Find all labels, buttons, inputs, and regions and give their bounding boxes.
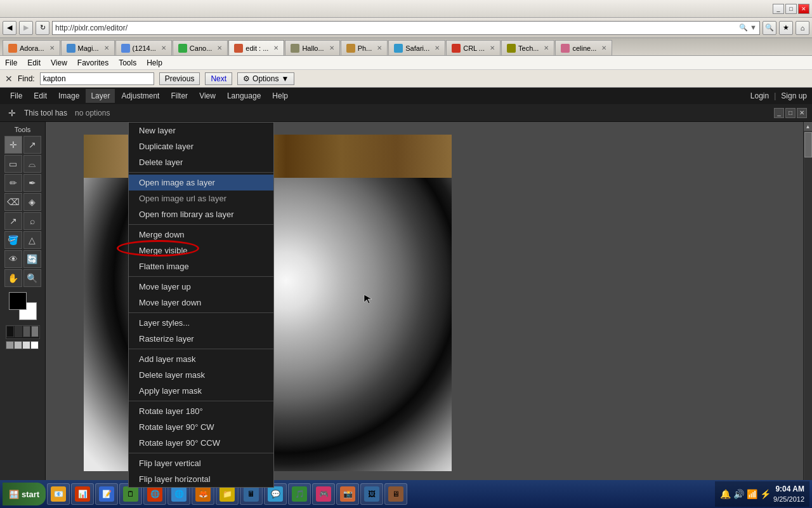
- taskbar-item-ps[interactable]: 🖼: [360, 483, 383, 505]
- zoom-tool[interactable]: 🔍: [23, 269, 41, 287]
- menu-layer-styles[interactable]: Layer styles...: [129, 315, 273, 331]
- forward-btn[interactable]: ▶: [19, 21, 33, 35]
- eraser-tool[interactable]: ⌫: [4, 193, 22, 211]
- menu-move-layer-down[interactable]: Move layer down: [129, 295, 273, 311]
- scroll-track[interactable]: [804, 132, 812, 498]
- menu-flip-vertical[interactable]: Flip layer vertical: [129, 455, 273, 471]
- menu-help[interactable]: Help: [267, 89, 293, 103]
- crop-tool[interactable]: ↗: [23, 136, 41, 154]
- menu-duplicate-layer[interactable]: Duplicate layer: [129, 138, 273, 154]
- tab-close-icon[interactable]: ✕: [490, 44, 495, 51]
- tab-crl[interactable]: CRL ... ✕: [446, 40, 501, 55]
- home-btn[interactable]: ⌂: [796, 21, 809, 35]
- preset-8[interactable]: [30, 341, 39, 349]
- taskbar-item-game[interactable]: 🎮: [312, 483, 335, 505]
- preset-3[interactable]: [23, 326, 30, 337]
- menu-rasterize-layer[interactable]: Rasterize layer: [129, 331, 273, 347]
- pencil-tool[interactable]: ✏: [4, 174, 22, 192]
- fill-tool[interactable]: 🪣: [4, 231, 22, 249]
- preset-6[interactable]: [14, 341, 22, 349]
- tab-close-icon[interactable]: ✕: [544, 44, 549, 51]
- gradient-tool[interactable]: △: [23, 231, 41, 249]
- scroll-up-btn[interactable]: ▲: [804, 122, 813, 131]
- next-btn[interactable]: Next: [205, 72, 232, 85]
- taskbar-item-media[interactable]: 🎵: [288, 483, 311, 505]
- menu-flatten-image[interactable]: Flatten image: [129, 258, 273, 274]
- close-find-btn[interactable]: ✕: [5, 74, 13, 84]
- color-swatch[interactable]: [6, 292, 39, 320]
- tab-magi[interactable]: Magi... ✕: [61, 40, 115, 55]
- tab-close-icon[interactable]: ✕: [329, 44, 334, 51]
- ie-menu-help[interactable]: Help: [147, 58, 162, 67]
- menu-image[interactable]: Image: [53, 89, 84, 103]
- preset-2[interactable]: [15, 326, 22, 337]
- menu-delete-layer[interactable]: Delete layer: [129, 154, 273, 170]
- menu-flip-horizontal[interactable]: Flip layer horizontal: [129, 471, 273, 487]
- minimize-btn[interactable]: _: [773, 4, 784, 14]
- menu-open-image-as-layer[interactable]: Open image as layer: [129, 175, 273, 190]
- tab-close-icon[interactable]: ✕: [49, 44, 55, 51]
- rotate-tool[interactable]: 🔄: [23, 250, 41, 268]
- tab-cano[interactable]: Cano... ✕: [173, 40, 228, 55]
- tab-close-icon[interactable]: ✕: [377, 44, 382, 51]
- taskbar-item-outlook[interactable]: 📧: [47, 483, 70, 505]
- ie-menu-view[interactable]: View: [51, 58, 67, 67]
- login-link[interactable]: Login: [750, 91, 769, 100]
- menu-rotate-90ccw[interactable]: Rotate layer 90° CCW: [129, 435, 273, 451]
- burn-tool[interactable]: ⌕: [23, 212, 41, 230]
- tab-close-icon[interactable]: ✕: [435, 44, 440, 51]
- tab-close-icon[interactable]: ✕: [217, 44, 222, 51]
- system-clock[interactable]: 9:04 AM 9/25/2012: [773, 484, 804, 504]
- menu-open-image-url-as-layer[interactable]: Open image url as layer: [129, 190, 273, 206]
- back-btn[interactable]: ◀: [3, 21, 16, 35]
- maximize-btn[interactable]: □: [785, 4, 797, 14]
- preset-1[interactable]: [6, 326, 14, 337]
- menu-language[interactable]: Language: [222, 89, 266, 103]
- dodge-tool[interactable]: ↗: [4, 212, 22, 230]
- eyedropper-tool[interactable]: 👁: [4, 250, 22, 268]
- tab-hallo[interactable]: Hallo... ✕: [285, 40, 339, 55]
- foreground-color[interactable]: [9, 292, 27, 310]
- tab-adora[interactable]: Adora... ✕: [3, 40, 60, 55]
- tab-1214[interactable]: (1214... ✕: [115, 40, 172, 55]
- menu-adjustment[interactable]: Adjustment: [116, 89, 164, 103]
- close-btn[interactable]: ✕: [798, 4, 809, 14]
- preset-7[interactable]: [22, 341, 30, 349]
- tab-close-icon[interactable]: ✕: [161, 44, 166, 51]
- search-btn[interactable]: 🔍: [763, 21, 776, 35]
- menu-add-layer-mask[interactable]: Add layer mask: [129, 351, 273, 367]
- start-button[interactable]: 🪟 start: [3, 483, 46, 505]
- taskbar-item-powerpoint[interactable]: 📊: [71, 483, 94, 505]
- taskbar-item-photo[interactable]: 📸: [336, 483, 359, 505]
- options-btn[interactable]: ⚙ Options ▼: [237, 72, 294, 85]
- right-scrollbar[interactable]: ▲ ▼: [803, 122, 812, 508]
- menu-merge-visible[interactable]: Merge visible: [129, 243, 273, 258]
- preset-5[interactable]: [6, 341, 14, 349]
- editor-close-btn[interactable]: ✕: [797, 108, 807, 118]
- menu-edit[interactable]: Edit: [29, 89, 52, 103]
- menu-merge-down[interactable]: Merge down: [129, 227, 273, 243]
- ie-menu-favorites[interactable]: Favorites: [77, 58, 108, 67]
- menu-file[interactable]: File: [5, 89, 27, 103]
- editor-restore-btn[interactable]: □: [785, 108, 796, 118]
- ie-menu-file[interactable]: File: [5, 58, 17, 67]
- menu-filter[interactable]: Filter: [166, 89, 193, 103]
- hand-tool[interactable]: ✋: [4, 269, 22, 287]
- tab-edit[interactable]: edit : ... ✕: [228, 40, 284, 55]
- menu-layer[interactable]: Layer: [86, 89, 115, 103]
- menu-rotate-90cw[interactable]: Rotate layer 90° CW: [129, 419, 273, 435]
- tab-close-icon[interactable]: ✕: [104, 44, 109, 51]
- ie-menu-edit[interactable]: Edit: [27, 58, 41, 67]
- clone-tool[interactable]: ◈: [23, 193, 41, 211]
- tab-ph[interactable]: Ph... ✕: [341, 40, 388, 55]
- menu-new-layer[interactable]: New layer: [129, 123, 273, 138]
- tab-celine[interactable]: celine... ✕: [555, 40, 612, 55]
- menu-rotate-180[interactable]: Rotate layer 180°: [129, 403, 273, 419]
- preset-4[interactable]: [31, 326, 39, 337]
- menu-apply-layer-mask[interactable]: Apply layer mask: [129, 383, 273, 399]
- refresh-btn[interactable]: ↻: [36, 21, 49, 35]
- menu-open-from-library[interactable]: Open from library as layer: [129, 206, 273, 222]
- previous-btn[interactable]: Previous: [159, 72, 200, 85]
- canvas-area[interactable]: New layer Duplicate layer Delete layer O…: [46, 122, 812, 508]
- address-bar[interactable]: This tool has http://pixlr.com/editor/ 🔍…: [52, 21, 760, 35]
